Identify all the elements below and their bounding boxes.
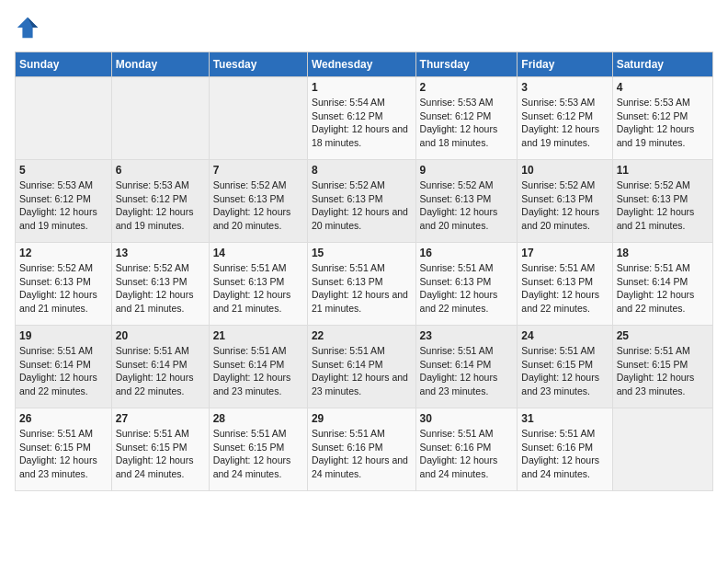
day-number: 2 <box>420 81 514 94</box>
day-number: 1 <box>312 81 412 94</box>
day-header-monday: Monday <box>111 52 209 77</box>
calendar-week-row: 5Sunrise: 5:53 AM Sunset: 6:12 PM Daylig… <box>16 160 713 243</box>
day-number: 19 <box>19 329 108 342</box>
calendar-cell: 27Sunrise: 5:51 AM Sunset: 6:15 PM Dayli… <box>111 408 209 491</box>
day-info: Sunrise: 5:51 AM Sunset: 6:15 PM Dayligh… <box>617 344 709 398</box>
calendar-cell: 12Sunrise: 5:52 AM Sunset: 6:13 PM Dayli… <box>16 243 112 326</box>
day-info: Sunrise: 5:51 AM Sunset: 6:14 PM Dayligh… <box>617 261 709 316</box>
day-number: 22 <box>312 329 412 342</box>
day-info: Sunrise: 5:51 AM Sunset: 6:13 PM Dayligh… <box>420 261 514 316</box>
calendar-cell: 20Sunrise: 5:51 AM Sunset: 6:14 PM Dayli… <box>111 326 209 408</box>
day-info: Sunrise: 5:51 AM Sunset: 6:14 PM Dayligh… <box>420 344 514 398</box>
day-number: 27 <box>116 412 205 425</box>
calendar-table: SundayMondayTuesdayWednesdayThursdayFrid… <box>15 52 713 491</box>
calendar-cell: 24Sunrise: 5:51 AM Sunset: 6:15 PM Dayli… <box>518 326 612 408</box>
day-number: 8 <box>312 164 412 177</box>
calendar-cell: 28Sunrise: 5:51 AM Sunset: 6:15 PM Dayli… <box>209 408 307 491</box>
day-info: Sunrise: 5:53 AM Sunset: 6:12 PM Dayligh… <box>420 96 514 150</box>
day-number: 10 <box>521 164 608 177</box>
day-info: Sunrise: 5:52 AM Sunset: 6:13 PM Dayligh… <box>312 178 412 233</box>
day-info: Sunrise: 5:51 AM Sunset: 6:15 PM Dayligh… <box>213 427 303 481</box>
day-number: 21 <box>213 329 303 342</box>
day-info: Sunrise: 5:52 AM Sunset: 6:13 PM Dayligh… <box>617 178 709 233</box>
day-info: Sunrise: 5:51 AM Sunset: 6:15 PM Dayligh… <box>521 344 608 398</box>
day-header-sunday: Sunday <box>16 52 112 77</box>
day-info: Sunrise: 5:52 AM Sunset: 6:13 PM Dayligh… <box>420 178 514 233</box>
calendar-cell: 21Sunrise: 5:51 AM Sunset: 6:14 PM Dayli… <box>209 326 307 408</box>
calendar-cell <box>16 77 112 160</box>
day-number: 13 <box>116 247 205 259</box>
day-number: 14 <box>213 247 303 259</box>
day-info: Sunrise: 5:51 AM Sunset: 6:13 PM Dayligh… <box>521 261 608 316</box>
day-number: 23 <box>420 329 514 342</box>
calendar-cell: 30Sunrise: 5:51 AM Sunset: 6:16 PM Dayli… <box>415 408 518 491</box>
calendar-cell: 23Sunrise: 5:51 AM Sunset: 6:14 PM Dayli… <box>415 326 518 408</box>
day-number: 4 <box>617 81 709 94</box>
day-number: 20 <box>116 329 205 342</box>
day-number: 16 <box>420 247 514 259</box>
calendar-cell: 11Sunrise: 5:52 AM Sunset: 6:13 PM Dayli… <box>612 160 712 243</box>
day-info: Sunrise: 5:51 AM Sunset: 6:16 PM Dayligh… <box>312 427 412 481</box>
day-info: Sunrise: 5:51 AM Sunset: 6:14 PM Dayligh… <box>19 344 108 398</box>
day-number: 31 <box>521 412 608 425</box>
calendar-cell: 7Sunrise: 5:52 AM Sunset: 6:13 PM Daylig… <box>209 160 307 243</box>
day-number: 28 <box>213 412 303 425</box>
day-number: 11 <box>617 164 709 177</box>
calendar-cell: 13Sunrise: 5:52 AM Sunset: 6:13 PM Dayli… <box>111 243 209 326</box>
day-number: 25 <box>617 329 709 342</box>
day-info: Sunrise: 5:52 AM Sunset: 6:13 PM Dayligh… <box>213 178 303 233</box>
day-info: Sunrise: 5:51 AM Sunset: 6:13 PM Dayligh… <box>213 261 303 316</box>
day-number: 3 <box>521 81 608 94</box>
day-header-saturday: Saturday <box>612 52 712 77</box>
day-header-friday: Friday <box>518 52 612 77</box>
day-info: Sunrise: 5:53 AM Sunset: 6:12 PM Dayligh… <box>116 178 205 233</box>
day-info: Sunrise: 5:54 AM Sunset: 6:12 PM Dayligh… <box>312 96 412 150</box>
day-info: Sunrise: 5:51 AM Sunset: 6:16 PM Dayligh… <box>420 427 514 481</box>
day-info: Sunrise: 5:52 AM Sunset: 6:13 PM Dayligh… <box>19 261 108 316</box>
calendar-cell: 4Sunrise: 5:53 AM Sunset: 6:12 PM Daylig… <box>612 77 712 160</box>
calendar-cell: 16Sunrise: 5:51 AM Sunset: 6:13 PM Dayli… <box>415 243 518 326</box>
day-number: 29 <box>312 412 412 425</box>
calendar-cell: 15Sunrise: 5:51 AM Sunset: 6:13 PM Dayli… <box>307 243 415 326</box>
calendar-cell: 3Sunrise: 5:53 AM Sunset: 6:12 PM Daylig… <box>518 77 612 160</box>
calendar-week-row: 26Sunrise: 5:51 AM Sunset: 6:15 PM Dayli… <box>16 408 713 491</box>
calendar-cell: 19Sunrise: 5:51 AM Sunset: 6:14 PM Dayli… <box>16 326 112 408</box>
day-info: Sunrise: 5:51 AM Sunset: 6:13 PM Dayligh… <box>312 261 412 316</box>
day-info: Sunrise: 5:51 AM Sunset: 6:14 PM Dayligh… <box>213 344 303 398</box>
logo <box>15 15 44 40</box>
calendar-cell: 6Sunrise: 5:53 AM Sunset: 6:12 PM Daylig… <box>111 160 209 243</box>
day-number: 24 <box>521 329 608 342</box>
calendar-cell: 10Sunrise: 5:52 AM Sunset: 6:13 PM Dayli… <box>518 160 612 243</box>
calendar-header-row: SundayMondayTuesdayWednesdayThursdayFrid… <box>16 52 713 77</box>
calendar-cell: 31Sunrise: 5:51 AM Sunset: 6:16 PM Dayli… <box>518 408 612 491</box>
day-info: Sunrise: 5:53 AM Sunset: 6:12 PM Dayligh… <box>617 96 709 150</box>
calendar-cell <box>111 77 209 160</box>
day-number: 5 <box>19 164 108 177</box>
calendar-cell <box>209 77 307 160</box>
calendar-week-row: 19Sunrise: 5:51 AM Sunset: 6:14 PM Dayli… <box>16 326 713 408</box>
calendar-week-row: 1Sunrise: 5:54 AM Sunset: 6:12 PM Daylig… <box>16 77 713 160</box>
header <box>15 15 713 40</box>
day-number: 17 <box>521 247 608 259</box>
calendar-cell: 5Sunrise: 5:53 AM Sunset: 6:12 PM Daylig… <box>16 160 112 243</box>
day-number: 9 <box>420 164 514 177</box>
calendar-cell: 25Sunrise: 5:51 AM Sunset: 6:15 PM Dayli… <box>612 326 712 408</box>
day-info: Sunrise: 5:51 AM Sunset: 6:14 PM Dayligh… <box>312 344 412 398</box>
day-number: 15 <box>312 247 412 259</box>
calendar-cell: 18Sunrise: 5:51 AM Sunset: 6:14 PM Dayli… <box>612 243 712 326</box>
day-info: Sunrise: 5:51 AM Sunset: 6:16 PM Dayligh… <box>521 427 608 481</box>
calendar-cell: 29Sunrise: 5:51 AM Sunset: 6:16 PM Dayli… <box>307 408 415 491</box>
logo-icon <box>15 15 40 40</box>
day-info: Sunrise: 5:53 AM Sunset: 6:12 PM Dayligh… <box>19 178 108 233</box>
calendar-cell: 9Sunrise: 5:52 AM Sunset: 6:13 PM Daylig… <box>415 160 518 243</box>
day-header-thursday: Thursday <box>415 52 518 77</box>
day-number: 18 <box>617 247 709 259</box>
calendar-cell <box>612 408 712 491</box>
day-info: Sunrise: 5:51 AM Sunset: 6:15 PM Dayligh… <box>19 427 108 481</box>
day-info: Sunrise: 5:53 AM Sunset: 6:12 PM Dayligh… <box>521 96 608 150</box>
calendar-cell: 1Sunrise: 5:54 AM Sunset: 6:12 PM Daylig… <box>307 77 415 160</box>
calendar-week-row: 12Sunrise: 5:52 AM Sunset: 6:13 PM Dayli… <box>16 243 713 326</box>
day-number: 26 <box>19 412 108 425</box>
calendar-cell: 26Sunrise: 5:51 AM Sunset: 6:15 PM Dayli… <box>16 408 112 491</box>
day-info: Sunrise: 5:51 AM Sunset: 6:15 PM Dayligh… <box>116 427 205 481</box>
